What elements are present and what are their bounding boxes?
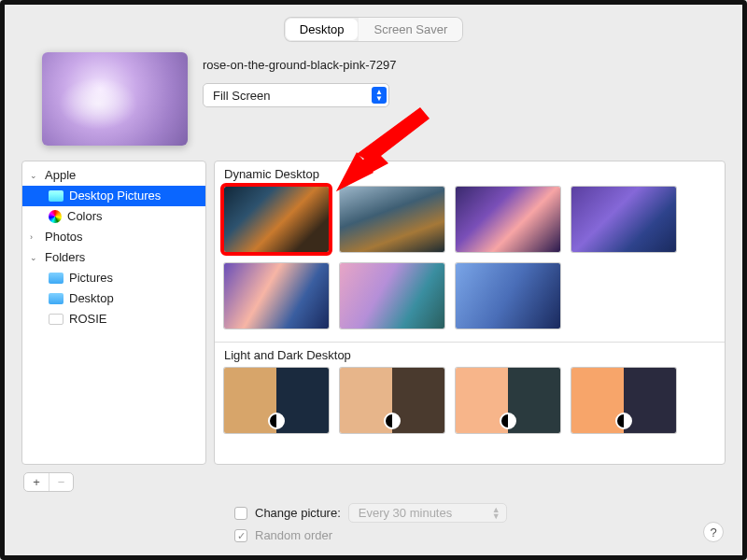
section-light-dark: Light and Dark Desktop bbox=[215, 343, 725, 366]
section-dynamic-desktop: Dynamic Desktop bbox=[215, 161, 725, 185]
footer: + − bbox=[5, 465, 742, 492]
current-wallpaper-info: rose-on-the-ground-black-pink-7297 Fill … bbox=[203, 52, 724, 107]
folder-icon bbox=[49, 190, 63, 202]
wallpaper-thumb[interactable] bbox=[224, 263, 329, 329]
sidebar-item-colors[interactable]: Colors bbox=[22, 206, 205, 227]
change-picture-checkbox[interactable] bbox=[234, 507, 247, 520]
random-order-checkbox[interactable] bbox=[234, 529, 247, 542]
chevron-down-icon: ⌄ bbox=[30, 249, 39, 266]
wallpaper-thumb[interactable] bbox=[571, 368, 676, 433]
sidebar-group-apple[interactable]: ⌄ Apple bbox=[22, 165, 205, 186]
source-sidebar[interactable]: ⌄ Apple Desktop Pictures Colors › Photos… bbox=[21, 161, 206, 465]
sidebar-group-folders[interactable]: ⌄ Folders bbox=[22, 247, 205, 268]
sidebar-item-desktop-pictures[interactable]: Desktop Pictures bbox=[22, 186, 205, 206]
dynamic-thumbs bbox=[215, 185, 725, 342]
sidebar-group-photos[interactable]: › Photos bbox=[22, 227, 205, 247]
current-wallpaper-name: rose-on-the-ground-black-pink-7297 bbox=[203, 58, 724, 72]
random-order-row: Random order bbox=[234, 528, 507, 542]
current-wallpaper-header: rose-on-the-ground-black-pink-7297 Fill … bbox=[5, 47, 742, 161]
wallpaper-browser[interactable]: Dynamic Desktop Light and Dark Desktop bbox=[214, 161, 726, 465]
chevron-down-icon: ⌄ bbox=[30, 167, 39, 184]
updown-icon: ▲▼ bbox=[492, 507, 500, 520]
current-wallpaper-preview bbox=[42, 52, 188, 146]
folder-icon bbox=[49, 273, 63, 284]
wallpaper-thumb[interactable] bbox=[340, 368, 444, 433]
light-dark-icon bbox=[384, 413, 401, 429]
light-dark-icon bbox=[615, 413, 632, 429]
wallpaper-thumb[interactable] bbox=[571, 187, 676, 252]
fill-mode-label: Fill Screen bbox=[213, 89, 270, 103]
chevron-right-icon: › bbox=[30, 229, 39, 245]
desktop-prefs-window: Desktop Screen Saver rose-on-the-ground-… bbox=[0, 0, 747, 560]
updown-icon: ▲▼ bbox=[372, 87, 387, 104]
change-interval-select[interactable]: Every 30 minutes ▲▼ bbox=[348, 503, 507, 523]
folder-icon bbox=[49, 293, 63, 304]
sidebar-item-pictures[interactable]: Pictures bbox=[22, 268, 205, 288]
wallpaper-thumb[interactable] bbox=[456, 263, 560, 329]
change-picture-row: Change picture: Every 30 minutes ▲▼ bbox=[234, 503, 507, 523]
tab-bar: Desktop Screen Saver bbox=[5, 5, 742, 47]
wallpaper-thumb[interactable] bbox=[456, 368, 560, 433]
tab-desktop[interactable]: Desktop bbox=[285, 18, 359, 41]
wallpaper-thumb[interactable] bbox=[340, 263, 444, 329]
remove-button[interactable]: − bbox=[49, 473, 73, 491]
random-order-label: Random order bbox=[255, 528, 332, 542]
sidebar-item-rosie[interactable]: ROSIE bbox=[22, 309, 205, 329]
tab-screensaver[interactable]: Screen Saver bbox=[359, 18, 462, 41]
wallpaper-thumb[interactable] bbox=[224, 368, 329, 433]
color-wheel-icon bbox=[49, 210, 62, 223]
folder-icon bbox=[49, 314, 63, 325]
lightdark-thumbs bbox=[215, 366, 725, 446]
light-dark-icon bbox=[500, 413, 516, 429]
add-button[interactable]: + bbox=[24, 473, 49, 491]
light-dark-icon bbox=[268, 413, 285, 429]
fill-mode-select[interactable]: Fill Screen ▲▼ bbox=[203, 83, 389, 107]
sidebar-item-desktop[interactable]: Desktop bbox=[22, 288, 205, 309]
segmented-control: Desktop Screen Saver bbox=[285, 18, 462, 41]
change-picture-label: Change picture: bbox=[255, 506, 341, 520]
wallpaper-thumb[interactable] bbox=[340, 187, 444, 252]
help-button[interactable]: ? bbox=[703, 522, 724, 542]
add-remove-source: + − bbox=[23, 472, 74, 492]
wallpaper-thumb[interactable] bbox=[456, 187, 560, 252]
wallpaper-thumb[interactable] bbox=[224, 187, 329, 252]
